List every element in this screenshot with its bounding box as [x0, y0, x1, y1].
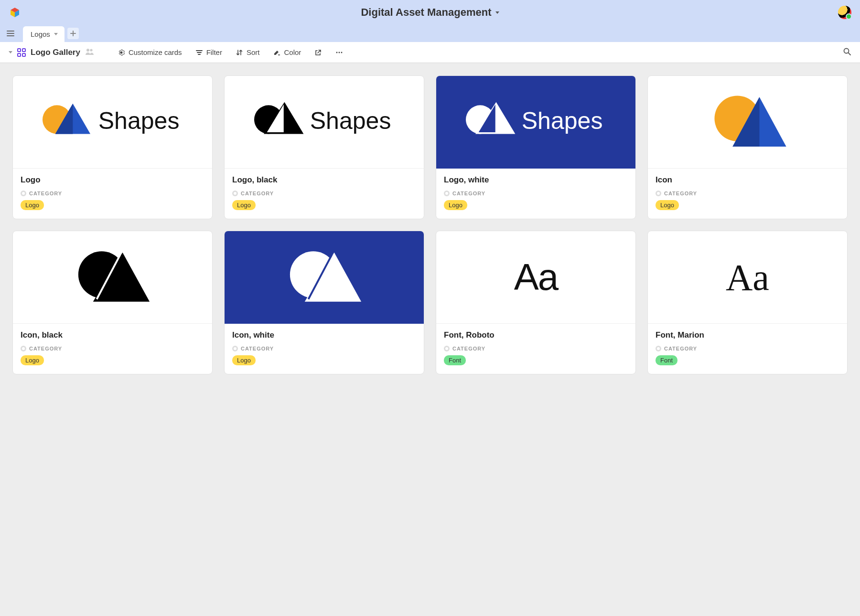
svg-point-3 — [86, 49, 89, 52]
card-title: Icon — [656, 175, 839, 185]
category-dot-icon — [232, 346, 238, 351]
chevron-down-icon — [495, 11, 499, 14]
svg-point-8 — [844, 49, 849, 53]
card-icon[interactable]: Icon CATEGORY Logo — [647, 75, 848, 219]
color-button[interactable]: Color — [273, 48, 301, 56]
card-body: Font, Roboto CATEGORY Font — [436, 324, 635, 374]
card-thumbnail — [648, 76, 847, 169]
customize-cards-button[interactable]: Customize cards — [118, 48, 182, 56]
share-button[interactable] — [314, 49, 322, 56]
category-label: CATEGORY — [241, 191, 274, 196]
card-font-marion[interactable]: Aa Font, Marion CATEGORY Font — [647, 231, 848, 374]
card-title: Icon, white — [232, 330, 416, 340]
card-title: Font, Roboto — [444, 330, 628, 340]
font-specimen-icon: Aa — [726, 256, 769, 299]
tag-font: Font — [444, 355, 466, 365]
tag-logo: Logo — [444, 200, 467, 210]
category-dot-icon — [21, 346, 26, 351]
card-thumbnail: Shapes — [436, 76, 635, 169]
category-dot-icon — [232, 191, 238, 196]
card-gallery: Shapes Logo CATEGORY Logo Shapes Logo, b… — [0, 63, 860, 387]
card-title: Font, Marion — [656, 330, 839, 340]
tag-logo: Logo — [232, 200, 256, 210]
card-thumbnail: Shapes — [13, 76, 212, 169]
card-logo[interactable]: Shapes Logo CATEGORY Logo — [12, 75, 213, 219]
card-title: Logo, black — [232, 175, 416, 185]
svg-text:Shapes: Shapes — [98, 108, 179, 135]
card-body: Font, Marion CATEGORY Font — [648, 324, 847, 374]
collapse-views-icon[interactable] — [9, 51, 12, 53]
tag-logo: Logo — [21, 200, 44, 210]
tag-logo: Logo — [656, 200, 679, 210]
card-icon-white[interactable]: Icon, white CATEGORY Logo — [224, 231, 424, 374]
view-name[interactable]: Logo Gallery — [31, 48, 80, 57]
search-icon[interactable] — [843, 47, 851, 57]
category-label: CATEGORY — [241, 346, 274, 351]
tab-label: Logos — [31, 30, 50, 38]
card-body: Icon CATEGORY Logo — [648, 169, 847, 219]
tag-logo: Logo — [232, 355, 256, 365]
view-toolbar: Logo Gallery Customize cards Filter Sort… — [0, 42, 860, 63]
color-label: Color — [284, 48, 301, 56]
filter-button[interactable]: Filter — [195, 48, 222, 56]
menu-icon[interactable] — [7, 31, 17, 36]
filter-label: Filter — [206, 48, 222, 56]
card-body: Logo, black CATEGORY Logo — [225, 169, 424, 219]
card-body: Icon, white CATEGORY Logo — [225, 324, 424, 374]
svg-point-6 — [339, 52, 340, 53]
customize-label: Customize cards — [129, 48, 182, 56]
svg-text:Shapes: Shapes — [521, 108, 602, 135]
category-dot-icon — [656, 191, 661, 196]
card-body: Logo CATEGORY Logo — [13, 169, 212, 219]
category-label: CATEGORY — [664, 346, 697, 351]
font-specimen-icon: Aa — [514, 255, 558, 299]
card-thumbnail — [13, 231, 212, 324]
add-tab-button[interactable] — [67, 28, 79, 39]
category-dot-icon — [21, 191, 26, 196]
tag-logo: Logo — [21, 355, 44, 365]
card-logo-black[interactable]: Shapes Logo, black CATEGORY Logo — [224, 75, 424, 219]
category-label: CATEGORY — [29, 191, 62, 196]
sort-button[interactable]: Sort — [236, 48, 260, 56]
chevron-down-icon — [54, 33, 58, 35]
card-body: Logo, white CATEGORY Logo — [436, 169, 635, 219]
collaborators-icon[interactable] — [85, 48, 95, 57]
workspace-title[interactable]: Digital Asset Management — [361, 6, 499, 19]
svg-point-7 — [341, 52, 343, 53]
more-options-button[interactable] — [335, 49, 343, 56]
tab-logos[interactable]: Logos — [23, 26, 64, 42]
card-title: Icon, black — [21, 330, 204, 340]
tag-font: Font — [656, 355, 677, 365]
card-title: Logo, white — [444, 175, 628, 185]
app-logo-icon[interactable] — [9, 6, 21, 19]
tabs-bar: Logos — [0, 25, 860, 42]
category-dot-icon — [444, 346, 450, 351]
gallery-view-icon — [17, 48, 26, 57]
card-title: Logo — [21, 175, 204, 185]
sort-label: Sort — [247, 48, 260, 56]
card-body: Icon, black CATEGORY Logo — [13, 324, 212, 374]
category-dot-icon — [444, 191, 450, 196]
workspace-title-text: Digital Asset Management — [361, 6, 491, 19]
category-label: CATEGORY — [452, 191, 485, 196]
card-thumbnail — [225, 231, 424, 324]
user-avatar[interactable] — [838, 6, 851, 19]
title-bar: Digital Asset Management — [0, 0, 860, 25]
svg-text:Shapes: Shapes — [310, 108, 391, 135]
category-label: CATEGORY — [664, 191, 697, 196]
category-dot-icon — [656, 346, 661, 351]
card-thumbnail: Aa — [436, 231, 635, 324]
svg-point-5 — [336, 52, 338, 53]
svg-point-4 — [90, 49, 92, 51]
card-logo-white[interactable]: Shapes Logo, white CATEGORY Logo — [436, 75, 636, 219]
card-thumbnail: Aa — [648, 231, 847, 324]
category-label: CATEGORY — [452, 346, 485, 351]
card-icon-black[interactable]: Icon, black CATEGORY Logo — [12, 231, 213, 374]
category-label: CATEGORY — [29, 346, 62, 351]
card-font-roboto[interactable]: Aa Font, Roboto CATEGORY Font — [436, 231, 636, 374]
card-thumbnail: Shapes — [225, 76, 424, 169]
